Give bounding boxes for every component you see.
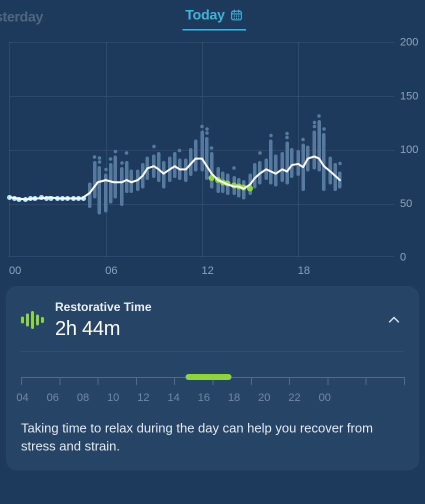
x-tick-label: 12 <box>202 264 298 277</box>
y-tick-label: 0 <box>400 250 406 264</box>
tab-yesterday[interactable]: sterday <box>0 5 53 25</box>
tab-today-label: Today <box>186 7 225 23</box>
calendar-icon <box>230 8 243 22</box>
svg-point-8 <box>236 18 237 19</box>
timeline-tick-label: 22 <box>288 391 324 404</box>
svg-point-5 <box>236 16 237 17</box>
restorative-timeline: 0406081012141618202200 <box>21 374 404 399</box>
pulse-icon <box>21 311 44 329</box>
timeline-tick-label: 14 <box>168 391 202 404</box>
timeline-tick-label: 20 <box>258 391 293 404</box>
x-tick-label: 06 <box>106 264 202 277</box>
svg-point-9 <box>238 18 240 19</box>
timeline-tick-label: 08 <box>77 391 112 404</box>
timeline-tick-label: 10 <box>107 391 142 404</box>
y-tick-label: 200 <box>400 36 418 48</box>
heart-rate-chart[interactable]: 050100150200 00061218 <box>9 42 416 277</box>
y-tick-label: 50 <box>400 197 412 210</box>
timeline-tick-label: 18 <box>228 391 263 404</box>
timeline-tick-label: 12 <box>138 391 172 404</box>
restorative-title: Restorative Time <box>55 300 373 314</box>
timeline-tick-label: 04 <box>16 391 52 404</box>
chevron-up-icon <box>384 310 404 330</box>
svg-point-6 <box>238 16 240 17</box>
restorative-description: Taking time to relax during the day can … <box>21 419 404 456</box>
svg-point-7 <box>234 18 235 19</box>
restorative-card: Restorative Time 2h 44m 0406081012141618… <box>6 286 419 470</box>
timeline-tick-label: 00 <box>318 391 354 404</box>
restorative-segment <box>186 374 232 380</box>
y-tick-label: 150 <box>400 90 418 102</box>
restorative-header[interactable]: Restorative Time 2h 44m <box>21 286 404 352</box>
x-tick-label: 00 <box>9 264 106 277</box>
y-tick-label: 100 <box>400 143 418 156</box>
tab-today[interactable]: Today <box>182 5 246 30</box>
timeline-tick-label: 06 <box>46 391 82 404</box>
x-tick-label: 18 <box>298 264 394 277</box>
svg-point-4 <box>234 16 235 17</box>
restorative-value: 2h 44m <box>55 317 373 340</box>
timeline-tick-label: 16 <box>198 391 232 404</box>
